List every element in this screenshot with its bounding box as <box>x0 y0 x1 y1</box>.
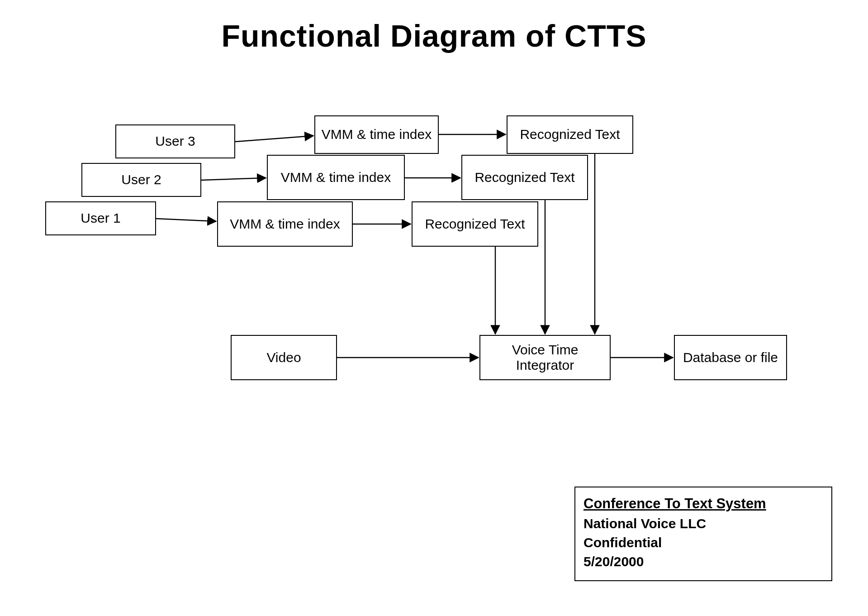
node-label: User 3 <box>155 134 195 149</box>
legend-title: Conference To Text System <box>583 494 823 513</box>
node-voice-time-integrator: Voice Time Integrator <box>479 335 611 380</box>
node-label: Recognized Text <box>520 127 620 143</box>
node-label: Recognized Text <box>474 170 574 186</box>
diagram-title: Functional Diagram of CTTS <box>0 18 868 53</box>
node-rec-2: Recognized Text <box>461 155 588 200</box>
arrow-user1-vmm1 <box>156 219 216 221</box>
node-user-3: User 3 <box>115 124 235 158</box>
node-video: Video <box>231 335 337 380</box>
node-label: Video <box>266 350 301 366</box>
legend-box: Conference To Text System National Voice… <box>574 487 832 581</box>
node-label: Voice Time Integrator <box>483 342 607 373</box>
node-label: Database or file <box>683 350 778 366</box>
node-label: VMM & time index <box>322 127 432 143</box>
node-vmm-2: VMM & time index <box>267 155 405 200</box>
arrow-user2-vmm2 <box>201 178 266 180</box>
node-vmm-1: VMM & time index <box>217 201 353 247</box>
node-vmm-3: VMM & time index <box>314 115 439 154</box>
arrow-user3-vmm3 <box>235 136 313 142</box>
node-rec-1: Recognized Text <box>412 201 538 247</box>
node-label: VMM & time index <box>230 216 340 232</box>
legend-confidential: Confidential <box>583 533 823 552</box>
node-user-2: User 2 <box>81 163 201 197</box>
node-rec-3: Recognized Text <box>507 115 633 154</box>
node-label: VMM & time index <box>281 170 391 186</box>
legend-company: National Voice LLC <box>583 514 823 533</box>
node-label: User 1 <box>81 210 120 226</box>
node-user-1: User 1 <box>45 201 156 235</box>
diagram-page: Functional Diagram of CTTS User 3 User 2… <box>0 0 868 616</box>
node-label: Recognized Text <box>425 216 525 232</box>
node-label: User 2 <box>121 172 161 188</box>
legend-date: 5/20/2000 <box>583 552 823 571</box>
node-database: Database or file <box>674 335 787 380</box>
